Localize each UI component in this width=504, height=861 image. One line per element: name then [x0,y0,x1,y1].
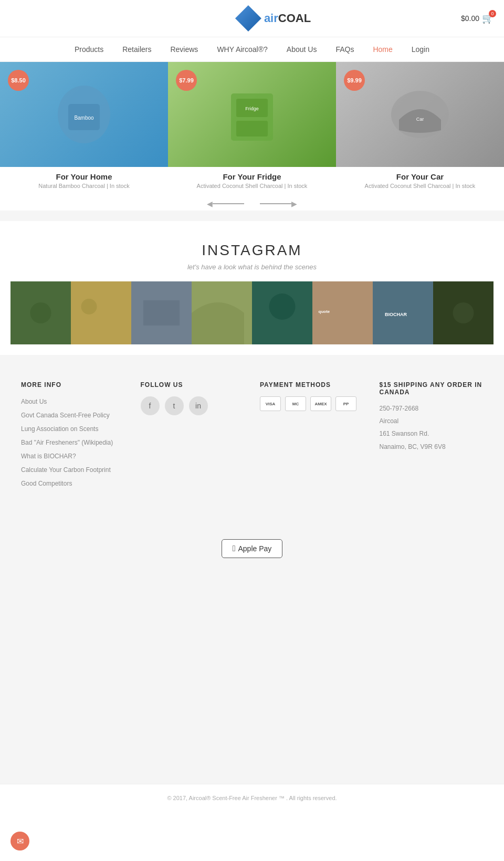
insta-img-3[interactable] [131,281,192,344]
insta-img-6[interactable]: quote [312,281,373,344]
apple-pay-section:  Apple Pay [0,529,504,574]
nav-home[interactable]: Home [363,37,402,61]
footer-grid: MORE INFO About Us Govt Canada Scent-Fre… [21,381,483,492]
list-item: Bad "Air Fresheners" (Wikipedia) [21,437,125,447]
price-badge-fridge: $7.99 [176,70,197,91]
copyright: © 2017, Aircoal® Scent-Free Air Freshene… [0,784,504,812]
carousel-arrows: ◀ ▶ [0,192,504,211]
product-info-home: For Your Home Natural Bamboo Charcoal | … [0,167,168,192]
apple-pay-button[interactable]:  Apple Pay [222,539,283,558]
link-policy[interactable]: Govt Canada Scent-Free Policy [21,412,110,419]
product-card-fridge[interactable]: Fridge $7.99 For Your Fridge Activated C… [168,62,336,192]
mastercard-icon: MC [285,396,306,411]
logo[interactable]: airCOAL [52,5,494,32]
svg-point-12 [81,299,97,314]
link-carbon[interactable]: Calculate Your Carbon Footprint [21,466,111,474]
insta-img-5[interactable] [252,281,312,344]
footer-payment: PAYMENT METHODS VISA MC AMEX PP [260,381,364,492]
link-competitors[interactable]: Good Competitors [21,480,72,487]
footer: MORE INFO About Us Govt Canada Scent-Fre… [0,355,504,529]
prev-arrow[interactable]: ◀ [207,200,244,208]
price-badge-home: $8.50 [8,70,29,91]
instagram-title: INSTAGRAM [10,242,494,259]
cart-icon[interactable]: 🛒 0 [482,13,494,24]
logo-coal: COAL [278,12,311,25]
product-desc-home: Natural Bamboo Charcoal | In stock [3,183,165,189]
list-item: About Us [21,396,125,406]
svg-text:BIOCHAR: BIOCHAR [385,312,407,317]
instagram-section: INSTAGRAM let's have a look what is behi… [0,221,504,355]
prev-arrow-icon: ◀ [207,200,213,208]
payment-title: PAYMENT METHODS [260,381,364,388]
nav-retailers[interactable]: Retailers [113,37,161,61]
shipping-address: 161 Swanson Rd. [380,429,484,439]
nav-products[interactable]: Products [65,37,113,61]
product-card-home[interactable]: Bamboo $8.50 For Your Home Natural Bambo… [0,62,168,192]
spacer [0,574,504,784]
main-nav: Products Retailers Reviews WHY Aircoal®?… [0,37,504,62]
shipping-city: Nanaimo, BC, V9R 6V8 [380,442,484,452]
follow-us-title: FOLLOW US [141,381,245,388]
instagram-subtitle: let's have a look what is behind the sce… [10,263,494,271]
nav-reviews[interactable]: Reviews [161,37,207,61]
insta-img-2[interactable] [71,281,131,344]
product-info-car: For Your Car Activated Coconut Shell Cha… [336,167,504,192]
product-name-fridge: For Your Fridge [171,172,333,181]
shipping-company: Aircoal [380,416,484,426]
instagram-icon[interactable]: in [189,396,208,415]
insta-img-7[interactable]: BIOCHAR [373,281,433,344]
link-about[interactable]: About Us [21,398,47,405]
list-item: Lung Association on Scents [21,424,125,433]
svg-point-10 [30,302,51,323]
header: airCOAL $0.00 🛒 0 [0,0,504,37]
nav-about[interactable]: About Us [277,37,327,61]
product-desc-fridge: Activated Coconut Shell Charcoal | In st… [171,183,333,189]
social-links: f t in [141,396,245,415]
svg-point-23 [453,302,474,323]
svg-rect-14 [143,300,180,326]
nav-login[interactable]: Login [402,37,439,61]
copyright-text: © 2017, Aircoal® Scent-Free Air Freshene… [167,795,337,801]
insta-img-1[interactable] [10,281,71,344]
next-arrow-line [260,203,291,204]
logo-air: air [264,12,278,25]
amex-icon: AMEX [310,396,331,411]
nav-faqs[interactable]: FAQs [326,37,363,61]
link-lung[interactable]: Lung Association on Scents [21,425,98,433]
svg-text:quote: quote [319,309,330,314]
svg-rect-11 [71,281,131,344]
list-item: Good Competitors [21,478,125,488]
price-badge-car: $9.99 [344,70,365,91]
cart-amount: $0.00 [461,14,479,23]
product-images-row: Bamboo $8.50 For Your Home Natural Bambo… [0,62,504,192]
product-card-car[interactable]: Car $9.99 For Your Car Activated Coconut… [336,62,504,192]
svg-text:Bamboo: Bamboo [74,115,94,121]
insta-img-4[interactable] [192,281,252,344]
shipping-phone: 250-797-2668 [380,404,484,414]
nav-why[interactable]: WHY Aircoal®? [207,37,277,61]
product-name-car: For Your Car [339,172,501,181]
svg-point-17 [269,293,296,320]
paypal-icon: PP [335,396,356,411]
product-info-fridge: For Your Fridge Activated Coconut Shell … [168,167,336,192]
footer-shipping: $15 SHIPPING ANY ORDER IN CANADA 250-797… [380,381,484,492]
product-desc-car: Activated Coconut Shell Charcoal | In st… [339,183,501,189]
footer-follow-us: FOLLOW US f t in [141,381,245,492]
visa-icon: VISA [260,396,281,411]
cart-area[interactable]: $0.00 🛒 0 [461,13,494,24]
svg-rect-5 [236,121,268,136]
list-item: Calculate Your Carbon Footprint [21,465,125,474]
insta-img-8[interactable] [433,281,494,344]
payment-icons: VISA MC AMEX PP [260,396,364,411]
apple-pay-label: Apple Pay [238,544,272,553]
next-arrow-icon: ▶ [291,200,297,208]
cart-badge: 0 [489,10,496,17]
instagram-grid: quote BIOCHAR [10,281,494,344]
product-section: Bamboo $8.50 For Your Home Natural Bambo… [0,62,504,221]
apple-logo-icon:  [233,544,236,553]
facebook-icon[interactable]: f [141,396,160,415]
link-air-fresheners[interactable]: Bad "Air Fresheners" (Wikipedia) [21,439,113,446]
next-arrow[interactable]: ▶ [260,200,297,208]
link-biochar[interactable]: What is BIOCHAR? [21,453,76,460]
twitter-icon[interactable]: t [165,396,184,415]
